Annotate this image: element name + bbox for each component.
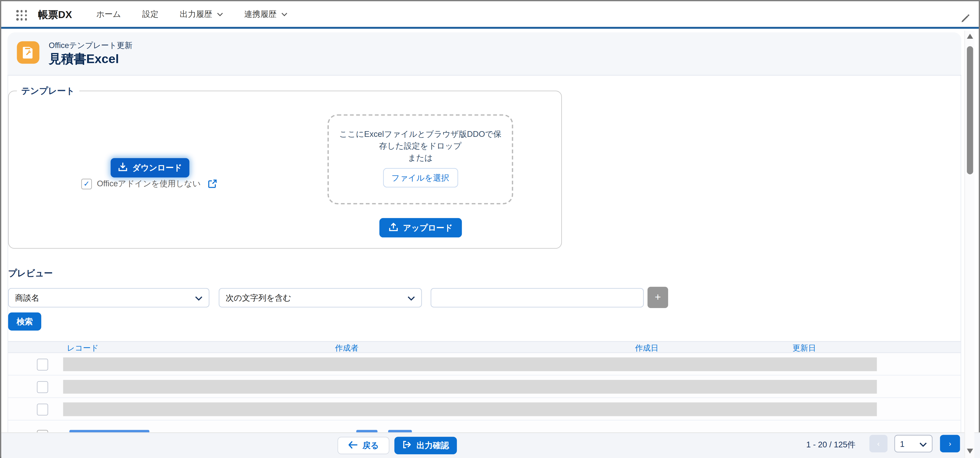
app-title: 帳票DX [38,9,72,22]
checkmark-icon: ✓ [83,180,89,187]
addin-checkbox-label: Officeアドインを使用しない [97,178,201,189]
column-header-updated-date[interactable]: 更新日 [792,343,816,354]
addin-option-row: ✓ Officeアドインを使用しない [81,178,217,189]
field-select[interactable]: 商談名 [8,288,210,307]
download-icon [118,162,127,173]
chevron-down-icon [281,12,287,16]
table-header-row: レコード 作成者 作成日 更新日 [8,341,961,353]
file-dropzone[interactable]: ここにExcelファイルとブラウザ版DDOで保 存した設定をドロップ または フ… [328,114,513,204]
breadcrumb: Officeテンプレート更新 [49,41,132,51]
nav-item-output-history[interactable]: 出力履歴 [180,8,223,19]
preview-heading: プレビュー [8,268,52,279]
scrollbar-thumb[interactable] [967,46,973,174]
vertical-scrollbar[interactable] [964,31,974,458]
back-button[interactable]: 戻る [337,437,389,454]
table-row [8,398,961,421]
loading-skeleton-bar [63,402,877,416]
clipped-creator-link-fragment[interactable] [388,430,412,432]
clipped-record-link-fragment[interactable] [69,430,149,432]
office-template-icon [17,41,39,64]
app-window: 帳票DX ホーム 設定 出力履歴 連携履歴 Officeテンプレート更新 見積書… [0,0,980,458]
output-confirm-button[interactable]: 出力確認 [394,437,457,454]
clipped-creator-link-fragment[interactable] [356,430,377,432]
row-checkbox[interactable] [37,381,48,393]
filter-value-input[interactable] [431,288,644,307]
page-title: 見積書Excel [49,51,119,67]
column-header-creator[interactable]: 作成者 [335,343,358,354]
chevron-down-icon [217,12,223,16]
row-checkbox[interactable] [37,404,48,415]
scrollbar-up-arrow-icon[interactable] [967,34,973,38]
table-row [8,376,961,398]
download-button[interactable]: ダウンロード [111,158,189,177]
nav-menu: ホーム 設定 出力履歴 連携履歴 [96,1,287,27]
app-launcher-icon[interactable] [16,10,27,21]
page-header [8,32,961,75]
arrow-left-icon [348,441,358,450]
previous-page-button[interactable]: ‹ [869,435,888,453]
addin-checkbox[interactable]: ✓ [81,179,92,189]
file-select-button[interactable]: ファイルを選択 [383,168,458,187]
loading-skeleton-bar [63,380,877,394]
add-condition-button[interactable]: + [648,287,668,308]
row-checkbox[interactable] [37,430,48,432]
template-legend: テンプレート [17,86,79,97]
operator-select[interactable]: 次の文字列を含む [219,288,422,307]
table-row [8,353,961,376]
chevron-down-icon [195,293,202,302]
nav-item-home[interactable]: ホーム [96,8,121,19]
loading-skeleton-bar [63,357,877,371]
dropzone-text: ここにExcelファイルとブラウザ版DDOで保 存した設定をドロップ または [329,128,512,164]
external-link-icon[interactable] [208,179,217,188]
nav-item-settings[interactable]: 設定 [142,8,159,19]
upload-icon [388,222,398,233]
chevron-down-icon [920,439,927,448]
row-checkbox[interactable] [37,359,48,371]
next-page-button[interactable]: › [940,435,960,453]
browser-viewport: 帳票DX ホーム 設定 出力履歴 連携履歴 Officeテンプレート更新 見積書… [0,0,980,458]
edit-pencil-icon[interactable] [961,14,970,23]
column-header-record[interactable]: レコード [67,343,99,354]
chevron-down-icon [407,293,415,302]
page-number-select[interactable]: 1 [894,435,932,453]
table-row-clipped [8,421,961,432]
pagination-range-text: 1 - 20 / 125件 [807,439,856,450]
upload-button[interactable]: アップロード [379,218,462,237]
scrollbar-down-arrow-icon[interactable] [967,448,973,453]
output-icon [402,440,412,450]
search-button[interactable]: 検索 [8,313,41,330]
top-nav-bar: 帳票DX ホーム 設定 出力履歴 連携履歴 [1,1,979,29]
nav-item-link-history[interactable]: 連携履歴 [244,8,287,19]
column-header-created-date[interactable]: 作成日 [635,343,659,354]
